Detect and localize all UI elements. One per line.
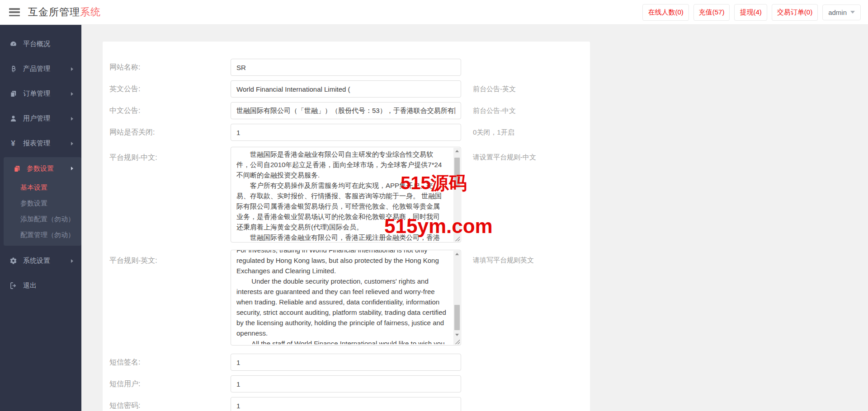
sidebar: 平台概况 产品管理 订单管理 用户管理 <box>0 25 81 411</box>
field-hint: 0关闭，1开启 <box>473 128 514 137</box>
form-row-site-name: 网站名称: <box>109 59 590 76</box>
platform-rules-en-textarea[interactable]: For investors, trading in World Financia… <box>231 250 461 346</box>
scroll-up-icon[interactable] <box>453 251 460 257</box>
site-name-input[interactable] <box>231 59 461 76</box>
settings-form-card: 网站名称: 英文公告: 前台公告-英文 中文公告: 前台公告-中文 网站是否关闭… <box>103 42 590 411</box>
page: 互金所管理系统 在线人数(0) 充值(57) 提现(4) 交易订单(0) adm… <box>0 0 868 411</box>
sms-password-input[interactable] <box>231 397 461 411</box>
sms-sign-label: 短信签名: <box>109 358 231 367</box>
form-row-sms-password: 短信密码: <box>109 397 590 411</box>
admin-dropdown[interactable]: admin <box>822 5 861 20</box>
sidebar-item-label: 参数设置 <box>27 164 54 173</box>
sidebar-item-label: 用户管理 <box>23 114 50 123</box>
sms-user-label: 短信用户: <box>109 379 231 389</box>
announcement-cn-input[interactable] <box>231 102 461 119</box>
app-title-primary: 互金所管理 <box>28 6 80 18</box>
sms-user-input[interactable] <box>231 375 461 392</box>
params-submenu-panel: 参数设置 基本设置 参数设置 添加配置（勿动） 配置管理（勿动） <box>4 157 81 246</box>
scrollbar-thumb[interactable] <box>454 305 460 330</box>
sidebar-menu: 平台概况 产品管理 订单管理 用户管理 <box>0 25 81 298</box>
field-hint: 前台公告-英文 <box>473 85 516 93</box>
sidebar-item-user[interactable]: 用户管理 <box>0 106 81 131</box>
sidebar-item-label: 产品管理 <box>23 65 50 73</box>
withdraw-button[interactable]: 提现(4) <box>734 4 767 21</box>
announcement-en-input[interactable] <box>231 80 461 98</box>
main-content: 网站名称: 英文公告: 前台公告-英文 中文公告: 前台公告-中文 网站是否关闭… <box>81 25 868 411</box>
form-row-announcement-cn: 中文公告: 前台公告-中文 <box>109 102 590 119</box>
chevron-right-icon <box>71 67 73 71</box>
dashboard-gauge-icon <box>9 40 17 48</box>
top-header: 互金所管理系统 在线人数(0) 充值(57) 提现(4) 交易订单(0) adm… <box>0 0 868 25</box>
trade-orders-button[interactable]: 交易订单(0) <box>772 4 818 21</box>
recharge-button[interactable]: 充值(57) <box>693 4 730 21</box>
resize-grip[interactable] <box>454 339 460 344</box>
sidebar-item-order[interactable]: 订单管理 <box>0 81 81 106</box>
field-hint: 请填写平台规则英文 <box>473 250 534 265</box>
field-hint: 前台公告-中文 <box>473 107 516 115</box>
chevron-right-icon <box>71 259 73 263</box>
logout-icon <box>9 282 17 290</box>
header-actions: 在线人数(0) 充值(57) 提现(4) 交易订单(0) admin <box>642 4 868 21</box>
chevron-right-icon <box>71 117 73 121</box>
scrollbar-thumb[interactable] <box>454 158 460 187</box>
platform-rules-cn-textarea[interactable]: 世融国际是香港金融业有限公司自主研发的专业综合性交易软件，公司自2010年起立足… <box>231 147 461 243</box>
site-closed-input[interactable] <box>231 124 461 141</box>
submenu-item-basic-settings[interactable]: 基本设置 <box>4 180 81 196</box>
scroll-down-icon[interactable] <box>453 332 460 338</box>
scroll-down-icon[interactable] <box>453 229 460 235</box>
site-closed-label: 网站是否关闭: <box>109 128 231 137</box>
resize-grip[interactable] <box>454 236 460 241</box>
hamburger-menu-icon[interactable] <box>9 8 20 16</box>
sms-sign-input[interactable] <box>231 354 461 371</box>
rules-en-text: For investors, trading in World Financia… <box>236 250 446 344</box>
chevron-right-icon <box>71 142 73 145</box>
form-row-sms-sign: 短信签名: <box>109 354 590 371</box>
sidebar-item-report[interactable]: ¥ 报表管理 <box>0 131 81 156</box>
copy-files-icon <box>9 90 17 98</box>
form-row-site-closed: 网站是否关闭: 0关闭，1开启 <box>109 124 590 141</box>
announcement-en-label: 英文公告: <box>109 84 231 94</box>
copy-files-icon <box>13 164 21 173</box>
sidebar-item-label: 报表管理 <box>23 139 50 148</box>
sidebar-item-label: 系统设置 <box>23 257 50 265</box>
chevron-right-icon <box>71 167 73 170</box>
field-hint: 请设置平台规则-中文 <box>473 147 536 162</box>
bitcoin-icon <box>9 65 17 73</box>
submenu-item-add-config[interactable]: 添加配置（勿动） <box>4 211 81 227</box>
sidebar-item-system[interactable]: 系统设置 <box>0 248 81 273</box>
sidebar-item-params[interactable]: 参数设置 <box>4 157 81 180</box>
yen-icon: ¥ <box>9 140 17 148</box>
sidebar-item-label: 订单管理 <box>23 89 50 98</box>
online-users-button[interactable]: 在线人数(0) <box>642 4 689 21</box>
form-row-announcement-en: 英文公告: 前台公告-英文 <box>109 80 590 98</box>
sidebar-item-logout[interactable]: 退出 <box>0 273 81 298</box>
admin-username: admin <box>828 9 847 16</box>
form-row-sms-user: 短信用户: <box>109 375 590 392</box>
form-row-rules-cn: 平台规则-中文: 世融国际是香港金融业有限公司自主研发的专业综合性交易软件，公司… <box>109 147 590 243</box>
rules-cn-text: 世融国际是香港金融业有限公司自主研发的专业综合性交易软件，公司自2010年起立足… <box>236 149 446 241</box>
scroll-up-icon[interactable] <box>453 148 460 154</box>
announcement-cn-label: 中文公告: <box>109 106 231 116</box>
app-title-accent: 系统 <box>80 6 101 18</box>
chevron-down-icon <box>850 11 855 14</box>
chevron-right-icon <box>71 92 73 96</box>
user-icon <box>9 115 17 123</box>
rules-cn-label: 平台规则-中文: <box>109 147 231 163</box>
gear-icon <box>9 257 17 265</box>
app-title: 互金所管理系统 <box>28 5 101 19</box>
sidebar-item-product[interactable]: 产品管理 <box>0 56 81 81</box>
scrollbar-track[interactable] <box>453 251 460 345</box>
scrollbar-track[interactable] <box>453 148 460 242</box>
submenu-item-param-settings[interactable]: 参数设置 <box>4 196 81 211</box>
site-name-label: 网站名称: <box>109 63 231 72</box>
form-row-rules-en: 平台规则-英文: For investors, trading in World… <box>109 250 590 346</box>
sms-password-label: 短信密码: <box>109 401 231 411</box>
rules-en-label: 平台规则-英文: <box>109 250 231 266</box>
sidebar-item-label: 平台概况 <box>23 40 50 48</box>
sidebar-item-label: 退出 <box>23 281 37 290</box>
sidebar-item-overview[interactable]: 平台概况 <box>0 32 81 56</box>
submenu-item-config-manage[interactable]: 配置管理（勿动） <box>4 227 81 243</box>
